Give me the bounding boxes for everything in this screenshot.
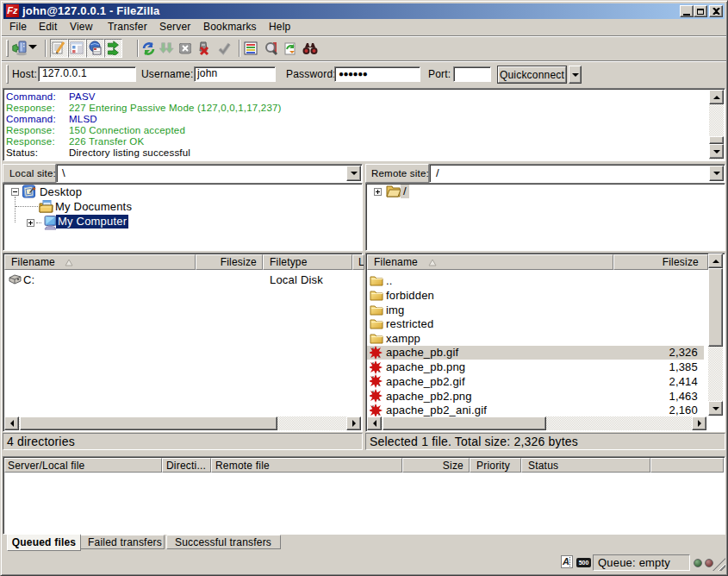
- svg-text:A: A: [562, 556, 569, 567]
